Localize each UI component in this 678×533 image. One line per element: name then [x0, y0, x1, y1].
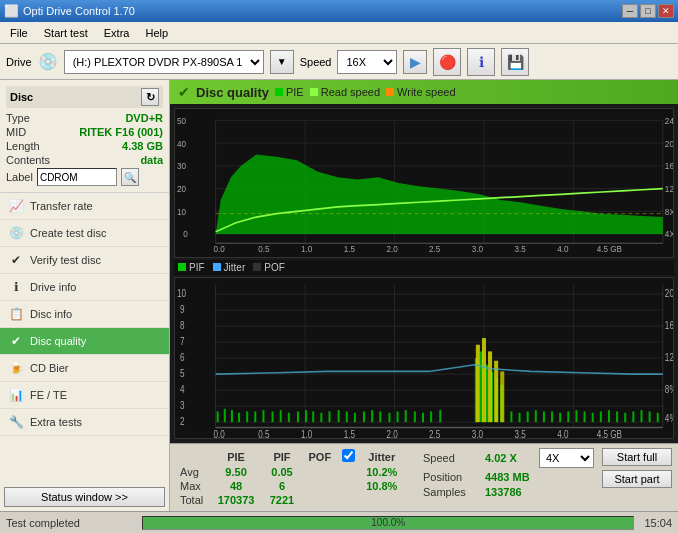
label-search-button[interactable]: 🔍 [121, 168, 139, 186]
speed-val: 4.02 X [485, 452, 535, 464]
length-value: 4.38 GB [122, 140, 163, 152]
app-icon: ⬜ [4, 4, 19, 18]
total-row-label: Total [176, 493, 210, 507]
svg-rect-102 [476, 345, 480, 422]
length-label: Length [6, 140, 40, 152]
speed-label: Speed [300, 56, 332, 68]
svg-text:0.5: 0.5 [258, 244, 269, 255]
max-row-label: Max [176, 479, 210, 493]
position-key: Position [423, 471, 481, 483]
svg-rect-109 [527, 411, 529, 422]
cd-bier-icon: 🍺 [8, 360, 24, 376]
info-button[interactable]: ℹ [467, 48, 495, 76]
mid-label: MID [6, 126, 26, 138]
disc-contents-row: Contents data [6, 154, 163, 166]
drive-info-label: Drive info [30, 281, 76, 293]
svg-rect-124 [649, 411, 651, 422]
jitter-avg: 10.2% [359, 465, 405, 479]
speed-select[interactable]: 16XMax1X2X4X8X12X [337, 50, 397, 74]
svg-text:20%: 20% [665, 286, 673, 298]
speed-mode-select[interactable]: 4X8XMax [539, 448, 594, 468]
type-label: Type [6, 112, 30, 124]
status-window-button[interactable]: Status window >> [4, 487, 165, 507]
jitter-col-header: Jitter [359, 448, 405, 465]
chart-title-icon: ✔ [178, 84, 190, 100]
svg-rect-122 [632, 411, 634, 422]
fe-te-icon: 📊 [8, 387, 24, 403]
sidebar-item-create-test-disc[interactable]: 💿 Create test disc [0, 220, 169, 247]
svg-text:3.5: 3.5 [514, 428, 525, 438]
svg-rect-104 [488, 351, 492, 422]
verify-disc-icon: ✔ [8, 252, 24, 268]
sidebar-item-cd-bier[interactable]: 🍺 CD Bier [0, 355, 169, 382]
maximize-button[interactable]: □ [640, 4, 656, 18]
drive-select[interactable]: (H:) PLEXTOR DVDR PX-890SA 1.00 [64, 50, 264, 74]
menu-extra[interactable]: Extra [98, 25, 136, 41]
type-value: DVD+R [125, 112, 163, 124]
pie-chart-svg: 50 40 30 20 10 0 24X 20X 16X 12X 8X 4X [175, 109, 673, 257]
erase-button[interactable]: 🔴 [433, 48, 461, 76]
disc-length-row: Length 4.38 GB [6, 140, 163, 152]
disc-panel-header: Disc ↻ [6, 86, 163, 108]
menu-file[interactable]: File [4, 25, 34, 41]
disc-label-row: Label 🔍 [6, 168, 163, 186]
go-button[interactable]: ▶ [403, 50, 427, 74]
pie-col-header: PIE [210, 448, 262, 465]
svg-text:7: 7 [180, 334, 185, 346]
start-full-button[interactable]: Start full [602, 448, 672, 466]
svg-text:3.0: 3.0 [472, 428, 483, 438]
svg-text:5: 5 [180, 366, 185, 378]
pif-max: 6 [262, 479, 302, 493]
stats-bar: PIE PIF POF Jitter Avg 9.50 0.05 10.2% M… [170, 443, 678, 511]
disc-refresh-button[interactable]: ↻ [141, 88, 159, 106]
svg-text:20X: 20X [665, 138, 673, 149]
sidebar-item-verify-test-disc[interactable]: ✔ Verify test disc [0, 247, 169, 274]
extra-tests-label: Extra tests [30, 416, 82, 428]
sidebar-item-disc-quality[interactable]: ✔ Disc quality [0, 328, 169, 355]
label-field-label: Label [6, 171, 33, 183]
svg-rect-70 [231, 410, 233, 422]
save-button[interactable]: 💾 [501, 48, 529, 76]
pif-chart-header: PIF Jitter POF [174, 260, 674, 275]
label-input[interactable] [37, 168, 117, 186]
window-controls: ─ □ ✕ [622, 4, 674, 18]
svg-rect-113 [559, 413, 561, 422]
drive-arrow-button[interactable]: ▼ [270, 50, 294, 74]
sidebar: Disc ↻ Type DVD+R MID RITEK F16 (001) Le… [0, 80, 170, 511]
minimize-button[interactable]: ─ [622, 4, 638, 18]
svg-text:6: 6 [180, 350, 185, 362]
menu-start-test[interactable]: Start test [38, 25, 94, 41]
svg-text:8%: 8% [665, 382, 673, 394]
svg-text:8: 8 [180, 318, 185, 330]
svg-rect-88 [379, 411, 381, 422]
write-speed-label: Write speed [397, 86, 456, 98]
sidebar-item-drive-info[interactable]: ℹ Drive info [0, 274, 169, 301]
svg-text:40: 40 [177, 138, 186, 149]
jitter-checkbox[interactable] [342, 449, 355, 462]
start-part-button[interactable]: Start part [602, 470, 672, 488]
sidebar-item-disc-info[interactable]: 📋 Disc info [0, 301, 169, 328]
svg-text:4.0: 4.0 [557, 244, 568, 255]
svg-rect-107 [510, 411, 512, 422]
progress-bar-container: 100.0% [142, 516, 634, 530]
svg-rect-75 [272, 411, 274, 422]
titlebar: ⬜ Opti Drive Control 1.70 ─ □ ✕ [0, 0, 678, 22]
svg-rect-92 [414, 411, 416, 422]
sidebar-item-transfer-rate[interactable]: 📈 Transfer rate [0, 193, 169, 220]
nav-menu: 📈 Transfer rate 💿 Create test disc ✔ Ver… [0, 193, 169, 436]
svg-rect-106 [500, 371, 504, 422]
svg-text:10: 10 [177, 206, 186, 217]
sidebar-item-fe-te[interactable]: 📊 FE / TE [0, 382, 169, 409]
chart-title: Disc quality [196, 85, 269, 100]
svg-text:2.5: 2.5 [429, 428, 440, 438]
menu-help[interactable]: Help [139, 25, 174, 41]
pie-total: 170373 [210, 493, 262, 507]
content-area: ✔ Disc quality PIE Read speed Write spee… [170, 80, 678, 511]
verify-disc-label: Verify test disc [30, 254, 101, 266]
sidebar-item-extra-tests[interactable]: 🔧 Extra tests [0, 409, 169, 436]
disc-quality-icon: ✔ [8, 333, 24, 349]
pof-legend: POF [253, 262, 285, 273]
svg-text:0.0: 0.0 [214, 428, 225, 438]
close-button[interactable]: ✕ [658, 4, 674, 18]
pif-chart-svg: 10 9 8 7 6 5 4 3 2 20% 16% 12% 8% 4% [175, 278, 673, 438]
